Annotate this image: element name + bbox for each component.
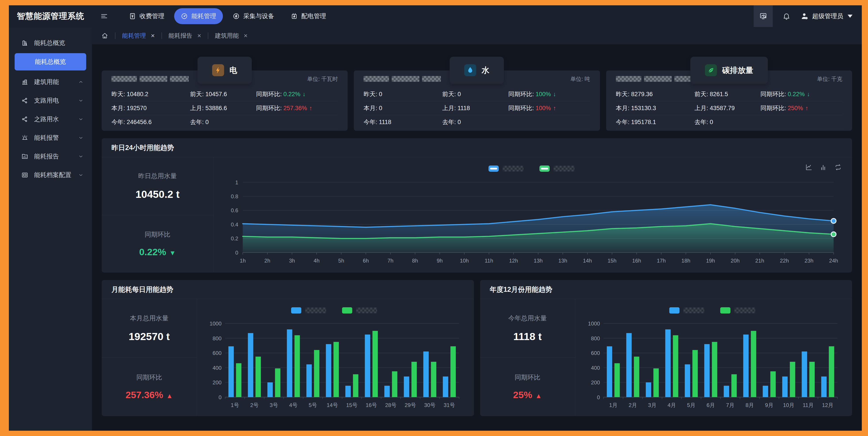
tab-建筑用能[interactable]: 建筑用能 × [215, 32, 248, 40]
daily-trend-panel: 月能耗每日用能趋势 本月总用水量 192570 t 同期环比 257.36%▲ [102, 280, 474, 416]
tab-能耗管理[interactable]: 能耗管理 × [122, 32, 155, 40]
svg-text:1月: 1月 [609, 402, 617, 408]
stat-card-row: 昨天: 10480.2前天: 10457.6同期环比: 0.22%↓ [112, 87, 338, 101]
sidebar-item-alarm[interactable]: 能耗报警 [9, 128, 92, 147]
svg-text:28号: 28号 [385, 402, 397, 408]
ratio-label: 同期环比 [515, 373, 540, 382]
overview-icon [21, 39, 34, 46]
svg-text:9h: 9h [437, 258, 443, 264]
report-icon [21, 153, 34, 160]
monthly-trend-panel: 年度12月份用能趋势 今年总用水量 1118 t 同期环比 25%▲ [480, 280, 852, 416]
stat-card-row: 今年: 246456.6去年: 0 [112, 115, 338, 129]
svg-text:2h: 2h [264, 258, 270, 264]
main-content: 电 单位: 千瓦时 昨天: 10480.2前天: 10457.6同期环比: 0.… [92, 44, 862, 431]
tab-separator [115, 32, 116, 39]
home-icon[interactable] [101, 32, 108, 39]
svg-text:14h: 14h [583, 258, 592, 264]
legend-line-marker [489, 165, 499, 172]
stat-field: 前天: 10457.6 [190, 90, 256, 98]
sidebar-item-overview[interactable]: 能耗总概览 [14, 53, 86, 70]
trend-arrow-icon: ↓ [303, 91, 306, 97]
svg-text:3月: 3月 [648, 402, 656, 408]
billing-icon [129, 12, 136, 20]
close-icon[interactable]: × [197, 32, 202, 39]
legend-item[interactable] [669, 307, 704, 313]
nav-item-billing[interactable]: 收费管理 [122, 8, 171, 24]
user-gear-icon [800, 12, 809, 20]
blurred-site-name [616, 76, 693, 82]
legend-bar-marker [291, 307, 301, 313]
tab-label: 能耗报告 [168, 32, 192, 40]
svg-text:600: 600 [591, 350, 600, 356]
svg-text:8月: 8月 [745, 402, 754, 408]
svg-text:2月: 2月 [628, 402, 637, 408]
tab-能耗报告[interactable]: 能耗报告 × [168, 32, 202, 40]
stat-card-row: 本月: 0上月: 1118同期环比: 100%↑ [364, 101, 590, 115]
sidebar-item-building[interactable]: 建筑用能 [9, 73, 92, 91]
nav-item-energy[interactable]: 能耗管理 [174, 8, 223, 24]
nav-item-power[interactable]: 配电管理 [284, 8, 333, 24]
stat-field: 昨天: 10480.2 [112, 90, 190, 98]
bell-icon[interactable] [782, 12, 790, 20]
svg-text:3号: 3号 [270, 402, 278, 408]
sidebar-item-overview-group[interactable]: 能耗总概览 [9, 34, 92, 52]
nav-item-label: 采集与设备 [243, 12, 274, 20]
stat-field: 去年: 0 [190, 118, 256, 126]
refresh-icon[interactable] [834, 163, 842, 171]
legend-item[interactable] [539, 165, 575, 172]
chevron-down-icon [77, 117, 84, 122]
sidebar-item-branch-electric[interactable]: 支路用电 [9, 91, 92, 110]
bar-chart-icon[interactable] [820, 163, 827, 171]
stat-field: 本月: 0 [364, 104, 442, 112]
svg-text:13h: 13h [558, 258, 567, 264]
sidebar-item-branch-water[interactable]: 之路用水 [9, 110, 92, 128]
sidebar-item-label: 能耗档案配置 [34, 171, 71, 179]
sidebar-item-archive[interactable]: 能耗档案配置 [9, 166, 92, 184]
trend-arrow-icon: ↑ [805, 105, 808, 112]
branch-icon [21, 97, 34, 104]
archive-icon [21, 172, 34, 179]
monitor-search-icon[interactable] [754, 5, 773, 27]
svg-text:0: 0 [235, 250, 238, 256]
collapse-menu-icon[interactable] [100, 12, 108, 20]
svg-text:29号: 29号 [405, 402, 416, 408]
svg-text:400: 400 [591, 365, 600, 371]
daily-bar-chart[interactable]: 020040060080010001号2号3号4号5号14号15号16号28号2… [203, 319, 465, 414]
line-chart-icon[interactable] [805, 163, 813, 171]
stat-card-tab-carbon: 碳排放量 [690, 57, 768, 84]
svg-text:1号: 1号 [230, 402, 239, 408]
close-icon[interactable]: × [151, 32, 155, 39]
stat-cards-row: 电 单位: 千瓦时 昨天: 10480.2前天: 10457.6同期环比: 0.… [102, 70, 852, 131]
svg-text:23h: 23h [804, 258, 813, 264]
nav-item-devices[interactable]: 采集与设备 [226, 8, 281, 24]
svg-text:19h: 19h [706, 258, 715, 264]
stat-card-row: 本月: 153130.3上月: 43587.79同期环比: 250%↑ [616, 101, 842, 115]
sidebar-item-label: 之路用水 [34, 115, 59, 123]
svg-text:0.4: 0.4 [231, 222, 238, 227]
svg-text:7月: 7月 [726, 402, 735, 408]
sidebar-item-report[interactable]: 能耗报告 [9, 147, 92, 166]
ratio-field: 同期环比: 0.22%↓ [761, 90, 842, 98]
chevron-down-icon [77, 98, 84, 103]
sidebar-item-label: 支路用电 [34, 96, 59, 105]
legend-item[interactable] [291, 307, 326, 313]
legend-item[interactable] [720, 307, 755, 313]
blurred-site-name [364, 76, 441, 82]
ratio-value: 25%▲ [513, 390, 542, 400]
user-menu[interactable]: 超级管理员 [800, 12, 862, 20]
trend-arrow-icon: ↓ [553, 91, 556, 97]
close-icon[interactable]: × [244, 32, 248, 39]
sidebar-item-label: 建筑用能 [34, 78, 59, 86]
legend-item[interactable] [342, 307, 377, 313]
legend-item[interactable] [489, 165, 524, 172]
chevron-down-icon [77, 135, 84, 141]
svg-text:400: 400 [213, 365, 222, 371]
hourly-line-chart[interactable]: 00.20.40.60.811h2h3h4h5h6h7h8h9h10h11h12… [219, 177, 844, 271]
tab-separator [161, 32, 162, 39]
svg-text:4h: 4h [314, 258, 320, 264]
svg-text:21h: 21h [755, 258, 764, 264]
monthly-bar-chart[interactable]: 020040060080010001月2月3月4月5月6月7月8月9月10月11… [581, 319, 844, 414]
top-navbar: 智慧能源管理系统 收费管理 能耗管理 采集与设备 配电管理 超级管理员 [9, 5, 862, 27]
chart-legend [203, 302, 465, 319]
svg-text:0.8: 0.8 [231, 193, 238, 199]
